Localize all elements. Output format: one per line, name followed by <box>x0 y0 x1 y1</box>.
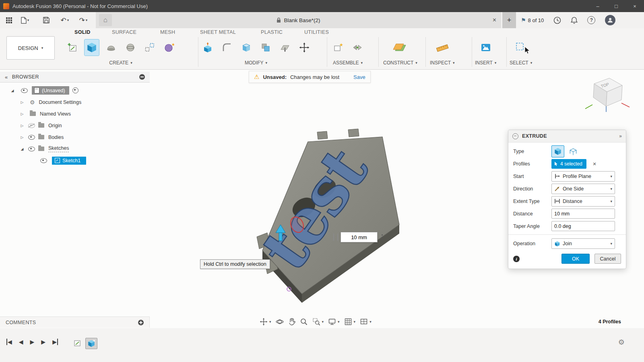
redo-button[interactable]: ↷ ▾ <box>76 12 91 28</box>
tree-row-bodies[interactable]: ▷ Bodies <box>0 131 150 143</box>
viewports-button[interactable]: ▾ <box>359 317 373 327</box>
insert-menu[interactable]: INSERT ▾ <box>475 60 496 66</box>
timeline-sketch-feature[interactable] <box>72 338 83 348</box>
new-tab-button[interactable]: + <box>502 12 516 28</box>
tab-mesh[interactable]: MESH <box>160 29 175 35</box>
add-comment-icon[interactable] <box>138 320 144 325</box>
app-grid-button[interactable] <box>3 12 14 28</box>
tree-row-origin[interactable]: ▷ Origin <box>0 120 150 131</box>
save-button[interactable] <box>40 12 52 28</box>
tree-collapsed-icon[interactable]: ▷ <box>19 124 25 128</box>
joint-button[interactable] <box>350 39 365 56</box>
offset-face-button[interactable] <box>278 39 292 56</box>
browser-minimize-button[interactable] <box>139 74 145 80</box>
extrude-thin-type-button[interactable] <box>567 145 580 157</box>
eye-icon[interactable] <box>28 135 35 140</box>
display-settings-button[interactable]: ▾ <box>327 317 341 327</box>
tab-close-button[interactable]: × <box>493 12 496 28</box>
tree-row-root[interactable]: ◢ (Unsaved) <box>0 85 150 96</box>
extrude-dialog-header[interactable]: EXTRUDE » <box>508 130 626 143</box>
play-button[interactable]: ▶ <box>30 339 35 345</box>
start-dropdown[interactable]: Profile Plane ▾ <box>551 171 615 182</box>
step-forward-button[interactable]: ▶ <box>41 339 45 345</box>
tree-collapsed-icon[interactable]: ▷ <box>19 100 25 104</box>
info-icon[interactable]: i <box>513 256 520 262</box>
fit-button[interactable]: ▾ <box>258 317 272 327</box>
document-tab[interactable]: Blank Base*(2) <box>277 17 320 23</box>
job-status-clock-icon[interactable] <box>553 17 561 24</box>
tree-expanded-icon[interactable]: ◢ <box>10 89 15 93</box>
modify-menu[interactable]: MODIFY ▾ <box>245 60 267 66</box>
extrude-button[interactable] <box>85 39 99 56</box>
tree-expanded-icon[interactable]: ◢ <box>19 147 25 151</box>
eye-off-icon[interactable] <box>28 123 35 128</box>
notifications-bell-icon[interactable] <box>571 17 578 24</box>
timeline-extrude-feature[interactable] <box>85 338 97 349</box>
fillet-button[interactable] <box>220 39 234 56</box>
collapse-dialog-icon[interactable] <box>512 133 518 139</box>
view-cube[interactable]: TOP <box>583 69 632 114</box>
timeline-settings-gear-icon[interactable]: ⚙ <box>618 338 625 347</box>
step-back-button[interactable]: ◀ <box>19 339 23 345</box>
direction-dropdown[interactable]: One Side ▾ <box>551 184 615 194</box>
go-to-start-button[interactable]: ◀ <box>6 339 12 345</box>
combine-button[interactable] <box>258 39 273 56</box>
tab-plastic[interactable]: PLASTIC <box>261 29 283 35</box>
zoom-window-button[interactable]: ▾ <box>311 317 325 327</box>
user-avatar[interactable] <box>605 15 615 25</box>
maximize-button[interactable]: □ <box>607 0 625 12</box>
eye-icon[interactable] <box>21 88 28 93</box>
profiles-selected-chip[interactable]: 4 selected <box>551 159 586 169</box>
tree-collapsed-icon[interactable]: ▷ <box>19 135 25 139</box>
tree-row-sketches[interactable]: ◢ Sketches <box>0 143 150 155</box>
pattern-button[interactable] <box>142 39 157 56</box>
shell-button[interactable] <box>239 39 254 56</box>
dimension-input[interactable] <box>341 232 378 242</box>
tab-utilities[interactable]: UTILITIES <box>304 29 329 35</box>
grid-snaps-button[interactable]: ▾ <box>343 317 357 327</box>
sweep-button[interactable] <box>123 39 138 56</box>
tab-solid[interactable]: SOLID <box>74 29 91 35</box>
operation-dropdown[interactable]: Join ▾ <box>551 238 615 249</box>
collapse-panel-icon[interactable]: « <box>5 74 8 80</box>
root-document-item[interactable]: (Unsaved) <box>32 86 69 95</box>
insert-button[interactable] <box>479 39 493 56</box>
go-to-end-button[interactable]: ▶ <box>52 339 58 345</box>
activate-component-icon[interactable] <box>72 87 78 93</box>
pan-button[interactable] <box>287 317 297 327</box>
tree-row-sketch1[interactable]: Sketch1 <box>0 155 150 166</box>
assemble-menu[interactable]: ASSEMBLE ▾ <box>333 60 363 66</box>
clear-selection-icon[interactable]: × <box>593 160 597 167</box>
dimension-options-icon[interactable] <box>382 234 383 240</box>
undo-button[interactable]: ↶ ▾ <box>57 12 72 28</box>
tree-row-document-settings[interactable]: ▷ ⚙ Document Settings <box>0 96 150 108</box>
ok-button[interactable]: OK <box>561 254 590 264</box>
revolve-button[interactable] <box>104 39 118 56</box>
press-pull-button[interactable] <box>200 39 215 56</box>
home-view-button[interactable]: ⌂ <box>99 14 112 26</box>
create-sketch-button[interactable] <box>65 39 80 56</box>
zoom-button[interactable] <box>299 317 309 327</box>
sketch1-selected-item[interactable]: Sketch1 <box>52 157 86 165</box>
orbit-button[interactable] <box>275 317 285 327</box>
tree-collapsed-icon[interactable]: ▷ <box>19 112 25 116</box>
distance-input[interactable] <box>551 209 615 219</box>
create-form-button[interactable]: ★ <box>162 39 176 56</box>
measure-button[interactable] <box>432 39 452 56</box>
workspace-selector[interactable]: DESIGN ▾ <box>6 36 55 60</box>
construct-plane-button[interactable] <box>390 39 410 56</box>
comments-bar[interactable]: COMMENTS <box>0 316 150 328</box>
close-button[interactable]: × <box>625 0 644 12</box>
construct-menu[interactable]: CONSTRUCT ▾ <box>383 60 417 66</box>
tab-sheet-metal[interactable]: SHEET METAL <box>200 29 236 35</box>
new-component-button[interactable]: ★ <box>331 39 345 56</box>
taper-angle-input[interactable] <box>551 221 615 231</box>
expand-dialog-icon[interactable]: » <box>619 133 622 139</box>
cancel-button[interactable]: Cancel <box>594 254 621 264</box>
minimize-button[interactable]: – <box>588 0 607 12</box>
extrude-solid-type-button[interactable] <box>551 145 564 157</box>
eye-icon[interactable] <box>28 147 35 151</box>
save-link[interactable]: Save <box>353 74 365 80</box>
tab-surface[interactable]: SURFACE <box>112 29 136 35</box>
select-menu[interactable]: SELECT ▾ <box>510 60 532 66</box>
